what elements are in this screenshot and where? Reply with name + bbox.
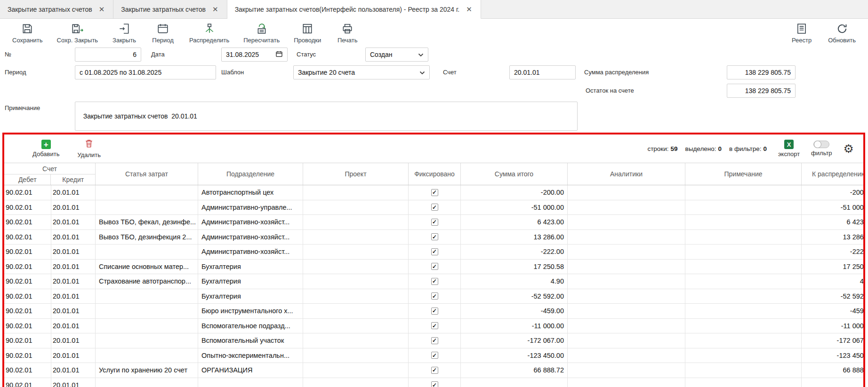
date-picker-icon[interactable] <box>275 50 283 59</box>
cell-note <box>685 245 802 259</box>
cell-note <box>685 319 802 333</box>
fixed-checkbox[interactable]: ✓ <box>431 352 438 359</box>
balance-field[interactable]: 138 229 805.75 <box>727 84 796 98</box>
fixed-checkbox[interactable]: ✓ <box>431 308 438 315</box>
cell-to-distribute <box>802 378 865 387</box>
number-label: № <box>5 51 11 58</box>
fixed-checkbox[interactable]: ✓ <box>431 189 438 196</box>
cell-project <box>303 289 409 304</box>
fixed-checkbox[interactable]: ✓ <box>431 381 438 387</box>
close-tab-icon[interactable]: ✕ <box>465 5 473 14</box>
close-tab-icon[interactable]: ✕ <box>98 5 106 14</box>
fixed-checkbox[interactable]: ✓ <box>431 337 438 344</box>
number-field[interactable]: 6 <box>75 47 141 62</box>
table-row[interactable]: 90.02.0120.01.01Страхование автотранспор… <box>4 274 865 289</box>
period-button[interactable]: Период <box>151 22 175 44</box>
table-row[interactable]: 90.02.0120.01.01Услуги по хранению 20 сч… <box>4 363 865 378</box>
distribute-button[interactable]: Распределить <box>189 22 229 44</box>
account-value: 20.01.01 <box>514 69 540 76</box>
cell-analytics <box>568 215 685 229</box>
distribution-sum-field[interactable]: 138 229 805.75 <box>727 65 796 79</box>
header-note[interactable]: Примечание <box>685 163 802 185</box>
template-label: Шаблон <box>221 69 244 76</box>
period-value: с 01.08.2025 по 31.08.2025 <box>80 69 161 76</box>
template-select[interactable]: Закрытие 20 счета <box>293 65 430 79</box>
tab-close-accounts-registry[interactable]: Закрытие затратных счетов(Интерфейс поль… <box>227 0 481 19</box>
header-credit[interactable]: Кредит <box>51 174 95 185</box>
fixed-checkbox[interactable]: ✓ <box>431 233 438 240</box>
cell-to-distribute: -200.00 <box>802 185 865 200</box>
header-to-distribute[interactable]: К распределению <box>802 163 865 185</box>
save-close-button[interactable]: Сохр. Закрыть <box>57 22 98 44</box>
registry-button[interactable]: Реестр <box>789 22 814 44</box>
header-analytics[interactable]: Аналитики <box>568 163 685 185</box>
table-row[interactable]: 90.02.0120.01.01Вспомогательный участок✓… <box>4 333 865 348</box>
cell-department: Бухгалтерия <box>198 260 303 274</box>
note-field[interactable]: Закрытие затратных счетов 20.01.01 <box>75 102 578 131</box>
table-row[interactable]: 90.02.0120.01.01Автотранспортный цех✓-20… <box>4 185 865 200</box>
header-total[interactable]: Сумма итого <box>461 163 568 185</box>
account-field[interactable]: 20.01.01 <box>509 65 576 79</box>
header-project[interactable]: Проект <box>303 163 409 185</box>
table-row[interactable]: 90.02.0120.01.01Вывоз ТБО, дезинфекция 2… <box>4 230 865 245</box>
header-debit[interactable]: Дебет <box>4 174 51 185</box>
period-field[interactable]: с 01.08.2025 по 31.08.2025 <box>75 65 216 79</box>
fixed-checkbox[interactable]: ✓ <box>431 367 438 374</box>
export-excel-button[interactable]: X экспорт <box>778 140 800 158</box>
tab-close-accounts-1[interactable]: Закрытие затратных счетов ✕ <box>0 0 113 18</box>
date-field[interactable]: 31.08.2025 <box>221 47 288 62</box>
refresh-button[interactable]: Обновить <box>828 22 856 44</box>
cell-analytics <box>568 185 685 200</box>
table-row[interactable]: 90.02.0120.01.01Административно-управле.… <box>4 200 865 215</box>
fixed-checkbox[interactable]: ✓ <box>431 322 438 329</box>
tab-close-accounts-2[interactable]: Закрытие затратных счетов ✕ <box>113 0 227 18</box>
table-row[interactable]: 90.02.0120.01.01✓ <box>4 378 865 387</box>
header-cost-item[interactable]: Статья затрат <box>96 163 198 185</box>
add-row-button[interactable]: + Добавить <box>32 140 59 158</box>
header-fixed[interactable]: Фиксировано <box>409 163 461 185</box>
postings-button[interactable]: Проводки <box>294 22 321 44</box>
save-icon <box>21 22 33 35</box>
fixed-checkbox[interactable]: ✓ <box>431 219 438 226</box>
toggle-switch[interactable] <box>813 141 829 148</box>
save-button[interactable]: Сохранить <box>12 22 43 44</box>
tab-label: Закрытие затратных счетов(Интерфейс поль… <box>235 6 460 13</box>
table-row[interactable]: 90.02.0120.01.01Опытно-экспериментальн..… <box>4 348 865 363</box>
cell-department <box>198 378 303 387</box>
table-row[interactable]: 90.02.0120.01.01Списание основных матер.… <box>4 260 865 275</box>
cell-credit: 20.01.01 <box>51 304 96 318</box>
status-select[interactable]: Создан <box>365 47 428 62</box>
table-row[interactable]: 90.02.0120.01.01Бюро инструментального х… <box>4 304 865 319</box>
grid-toolbar: + Добавить Удалить строки:59 выделено:0 … <box>4 134 863 163</box>
header-department[interactable]: Подразделение <box>198 163 303 185</box>
fixed-checkbox[interactable]: ✓ <box>431 248 438 255</box>
cell-to-distribute: 4.90 <box>802 274 865 289</box>
note-label: Примечание <box>5 104 40 111</box>
fixed-checkbox[interactable]: ✓ <box>431 278 438 285</box>
close-tab-icon[interactable]: ✕ <box>211 5 219 14</box>
delete-row-button[interactable]: Удалить <box>77 139 101 158</box>
table-row[interactable]: 90.02.0120.01.01Вывоз ТБО, фекал, дезинф… <box>4 215 865 230</box>
cell-project <box>303 260 409 274</box>
table-row[interactable]: 90.02.0120.01.01Бухгалтерия✓-52 592.00-5… <box>4 289 865 304</box>
print-button[interactable]: Печать <box>335 22 360 44</box>
fixed-checkbox[interactable]: ✓ <box>431 204 438 211</box>
table-row[interactable]: 90.02.0120.01.01Вспомогательное подразд.… <box>4 319 865 334</box>
gear-icon[interactable]: ⚙ <box>844 143 854 155</box>
fixed-checkbox[interactable]: ✓ <box>431 263 438 270</box>
cell-fixed: ✓ <box>409 304 461 318</box>
table-header: Счет Дебет Кредит Статья затрат Подразде… <box>4 163 865 185</box>
cell-fixed: ✓ <box>409 319 461 333</box>
cell-credit: 20.01.01 <box>51 348 96 363</box>
filter-toggle[interactable]: фильтр <box>811 141 832 157</box>
cell-fixed: ✓ <box>409 333 461 348</box>
recalculate-button[interactable]: Пересчитать <box>243 22 280 44</box>
cell-credit: 20.01.01 <box>51 230 96 245</box>
rows-count: строки:59 <box>647 145 677 152</box>
table-row[interactable]: 90.02.0120.01.01Административно-хозяйст.… <box>4 245 865 260</box>
cell-cost-item: Списание основных матер... <box>96 260 198 274</box>
fixed-checkbox[interactable]: ✓ <box>431 292 438 300</box>
close-button[interactable]: Закрыть <box>112 22 137 44</box>
postings-label: Проводки <box>294 37 321 44</box>
cell-department: Вспомогательный участок <box>198 333 303 348</box>
